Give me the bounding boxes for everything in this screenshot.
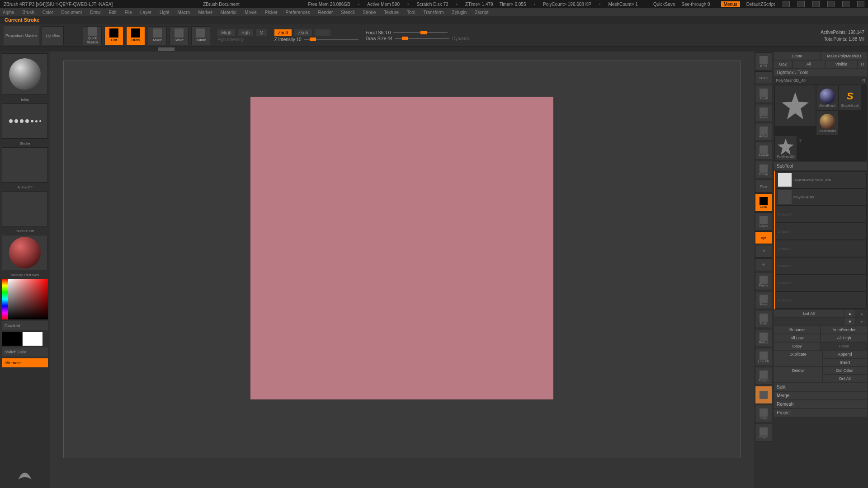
duplicate-button[interactable]: Duplicate [774, 351, 822, 366]
zsub-toggle[interactable]: Zsub [294, 29, 311, 36]
spix-slider[interactable]: SPix 3 [755, 71, 772, 84]
lightbox-tools-header[interactable]: Lightbox › Tools [774, 69, 867, 76]
alternate-button[interactable]: Alternate [2, 358, 48, 367]
menu-file[interactable]: File [125, 10, 132, 15]
subtool-item[interactable]: SuperAverageMan_low [776, 172, 866, 188]
draw-mode-button[interactable]: Draw [126, 26, 145, 45]
menu-edit[interactable]: Edit [109, 10, 117, 15]
tool-item[interactable]: AlphaBrush [816, 85, 838, 110]
menu-movie[interactable]: Movie [245, 10, 257, 15]
local-button[interactable]: Local [755, 193, 772, 211]
arrow-down-dim[interactable]: ▾ [856, 318, 867, 325]
menu-transform[interactable]: Transform [423, 10, 443, 15]
linefill-button[interactable]: Line Fill [755, 348, 772, 366]
subtool-item[interactable]: Untool 4 [776, 240, 866, 257]
floor-button[interactable]: Floor [755, 180, 772, 192]
menu-color[interactable]: Color [42, 10, 53, 15]
menu-light[interactable]: Light [160, 10, 170, 15]
menu-stroke[interactable]: Stroke [363, 10, 376, 15]
rot-z[interactable]: ⟳ [755, 258, 772, 271]
nav-rotate-button[interactable]: Rotate [755, 329, 772, 347]
subtool-item[interactable]: Untool 6 [776, 275, 866, 291]
move-mode-button[interactable]: Move [148, 26, 167, 45]
texture-picker[interactable] [2, 191, 48, 226]
solo-button[interactable]: Solo [755, 405, 772, 423]
stroke-picker[interactable] [2, 103, 48, 139]
gradient-toggle[interactable]: Gradient [2, 321, 48, 330]
maximize-icon[interactable] [842, 1, 849, 7]
seethrough-slider[interactable]: See-through 0 [681, 2, 710, 7]
subtool-item[interactable]: PolyMesh3D [776, 189, 866, 205]
canvas-area[interactable] [50, 52, 754, 488]
alpha-picker[interactable] [2, 147, 48, 183]
window-control-icon[interactable] [783, 1, 790, 7]
lightbox-button[interactable]: LightBox [42, 26, 64, 45]
autoreorder-button[interactable]: AutoReorder [821, 326, 867, 333]
material-picker[interactable] [2, 235, 48, 270]
ghost-button[interactable] [755, 386, 772, 404]
scroll-button[interactable]: Scroll [755, 85, 772, 103]
tool-item[interactable]: EraserBrush [816, 111, 838, 135]
remesh-section[interactable]: Remesh [774, 400, 867, 408]
nav-scale-button[interactable]: Scale [755, 310, 772, 328]
delete-button[interactable]: Delete [774, 367, 822, 382]
minimize-icon[interactable] [827, 1, 835, 7]
mrgb-toggle[interactable]: Mrgb [217, 29, 235, 36]
switch-color-button[interactable]: SwitchColor [2, 347, 48, 357]
menu-marker[interactable]: Marker [198, 10, 212, 15]
arrow-down-button[interactable]: ▼ [844, 318, 855, 325]
del-all-button[interactable]: Del All [823, 375, 867, 382]
menu-preferences[interactable]: Preferences [286, 10, 310, 15]
shelf-handle[interactable] [158, 47, 175, 51]
scale-mode-button[interactable]: Scale [170, 26, 189, 45]
subtool-item[interactable]: Untool 5 [776, 258, 866, 274]
quick-sketch-button[interactable]: Quick Sketch [83, 26, 102, 45]
menu-material[interactable]: Material [221, 10, 237, 15]
z-intensity-slider[interactable]: Z Intensity 10 [274, 37, 302, 42]
hue-strip[interactable] [2, 279, 8, 319]
focal-shift-track[interactable] [393, 32, 448, 33]
merge-section[interactable]: Merge [774, 392, 867, 399]
subtool-item[interactable]: Untool 4 [776, 223, 866, 239]
menus-toggle[interactable]: Menus [721, 1, 740, 7]
tool-item[interactable] [775, 85, 816, 126]
draw-size-slider[interactable]: Draw Size 44 [366, 36, 392, 41]
split-section[interactable]: Split [774, 383, 867, 391]
paste-button[interactable]: Paste [821, 343, 867, 350]
menu-document[interactable]: Document [61, 10, 82, 15]
frame-button[interactable]: Frame [755, 272, 772, 290]
arrow-up-button[interactable]: ▲ [844, 310, 855, 317]
clone-button[interactable]: Clone [774, 52, 820, 60]
subtool-item[interactable]: Untool 3 [776, 206, 866, 222]
color-main-swatch[interactable] [2, 332, 22, 346]
color-picker[interactable] [2, 279, 48, 319]
rot-y[interactable]: ⟲ [755, 245, 772, 258]
nav-move-button[interactable]: Move [755, 291, 772, 309]
canvas-content[interactable] [250, 97, 553, 399]
menu-draw[interactable]: Draw [90, 10, 100, 15]
edit-mode-button[interactable]: Edit [104, 26, 123, 45]
menu-layer[interactable]: Layer [140, 10, 151, 15]
subtool-header[interactable]: SubTool [774, 162, 867, 170]
menu-brush[interactable]: Brush [23, 10, 34, 15]
polyf-button[interactable]: PolyF [755, 424, 772, 442]
rename-button[interactable]: Rename [774, 326, 820, 333]
tool-item[interactable]: SSimpleBrush [839, 85, 861, 110]
menu-zscript[interactable]: Zscript [475, 10, 488, 15]
menu-stencil[interactable]: Stencil [341, 10, 354, 15]
menu-picker[interactable]: Picker [265, 10, 278, 15]
zadd-toggle[interactable]: Zadd [274, 29, 292, 36]
z-intensity-track[interactable] [304, 39, 359, 40]
sv-square[interactable] [8, 279, 48, 319]
goz-visible-button[interactable]: Visible [826, 61, 857, 68]
all-low-button[interactable]: All Low [774, 334, 820, 342]
append-button[interactable]: Append [823, 351, 867, 358]
menu-render[interactable]: Render [318, 10, 333, 15]
menu-texture[interactable]: Texture [384, 10, 399, 15]
make-polymesh3d-button[interactable]: Make PolyMesh3D [821, 52, 867, 60]
zcut-toggle[interactable]: Zcut [315, 29, 330, 36]
menu-zplugin[interactable]: Zplugin [452, 10, 467, 15]
xyz-button[interactable]: Xyz [755, 231, 772, 244]
transp-button[interactable]: Transp [755, 367, 772, 385]
actual-button[interactable]: Actual [755, 123, 772, 141]
